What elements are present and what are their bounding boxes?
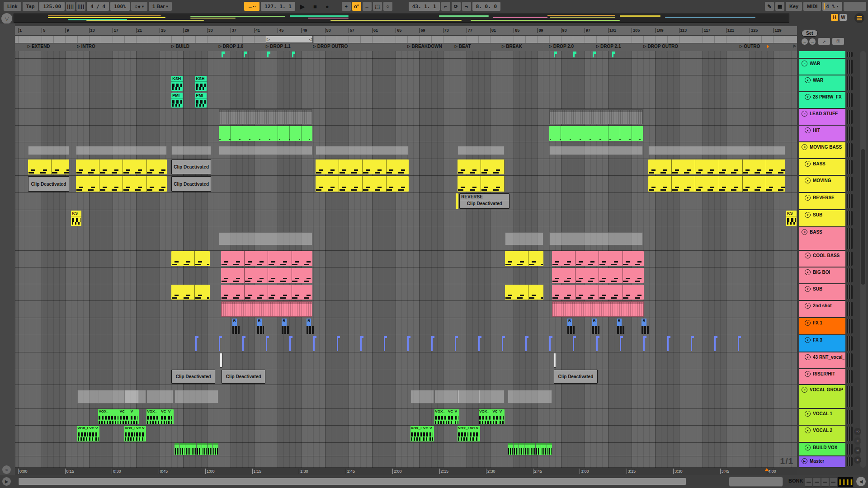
group-track-icon[interactable]: ≡ <box>802 111 807 117</box>
clip[interactable]: VOX_LVCV <box>410 426 434 441</box>
fold-track-icon[interactable]: ▾ <box>805 320 811 326</box>
vox-sub-clip[interactable]: VOX_L <box>77 426 89 441</box>
clip[interactable] <box>242 336 246 351</box>
mini-clip[interactable] <box>530 443 535 455</box>
macro-slider[interactable] <box>821 477 829 487</box>
track-header-sub[interactable]: ▾SUB <box>799 284 845 301</box>
fold-track-icon[interactable]: ▾ <box>805 269 811 275</box>
track-header-fx-1[interactable]: ▾FX 1 <box>799 318 845 335</box>
clip[interactable] <box>337 336 340 351</box>
group-track-icon[interactable]: ≡ <box>802 144 807 150</box>
clip[interactable] <box>648 160 785 174</box>
vox-sub-clip[interactable]: VC <box>423 426 429 441</box>
clip[interactable] <box>643 336 647 351</box>
scrub-area[interactable]: ▷ ◁ <box>15 36 797 43</box>
track-header-fx-3[interactable]: ▾FX 3 <box>799 335 845 352</box>
clip[interactable] <box>549 146 643 155</box>
tap-tempo-button[interactable]: Tap <box>23 2 38 11</box>
clip[interactable]: VOX_VCV <box>98 409 138 424</box>
locator-marker[interactable]: ▷EXTEND <box>28 44 50 49</box>
optimize-height-button[interactable]: H <box>831 14 838 21</box>
fold-track-icon[interactable]: ▾ <box>805 195 811 201</box>
clip[interactable]: VOX_VCV <box>146 409 173 424</box>
mini-clip[interactable] <box>197 443 202 455</box>
nudge-down-icon[interactable]: |||| <box>66 2 75 11</box>
link-tracks-icon[interactable]: ↗ <box>818 38 830 45</box>
new-button[interactable]: + <box>342 2 351 11</box>
clip[interactable] <box>552 268 644 283</box>
arrangement-position-field[interactable]: 127. 1. 1 <box>261 2 295 11</box>
clip[interactable] <box>458 390 480 403</box>
clip[interactable] <box>738 336 741 351</box>
clip[interactable] <box>219 336 222 351</box>
lane-2nd-shot[interactable] <box>15 301 797 318</box>
clip[interactable] <box>220 353 222 368</box>
loop-start-field[interactable]: 43. 1. 1 <box>409 2 440 11</box>
track-header-moving-bass[interactable]: ≡MOVING BASS <box>799 142 845 159</box>
clip[interactable] <box>316 146 409 155</box>
track-header-war[interactable]: ▾WAR <box>799 75 845 92</box>
clip[interactable] <box>219 232 313 245</box>
locator-marker[interactable]: ▷DROP 2.0 <box>549 44 574 49</box>
lane-hit[interactable] <box>15 126 797 142</box>
locator-marker[interactable]: ▷DROP OUTRO <box>643 44 678 49</box>
mini-clip[interactable] <box>514 443 519 455</box>
locator-marker[interactable]: ▷DROP OUTRO <box>313 44 348 49</box>
fold-track-icon[interactable]: ▾ <box>805 178 811 183</box>
clip[interactable] <box>76 176 167 192</box>
clip-pmi[interactable]: PMI <box>171 93 183 108</box>
lock-envelopes-icon[interactable]: ⚿ <box>832 38 844 45</box>
track-header-vocal-1[interactable]: ▾VOCAL 1 <box>799 409 845 426</box>
clip[interactable] <box>219 109 313 124</box>
clip[interactable] <box>289 336 293 351</box>
wave-icon[interactable]: ≈ <box>2 465 11 474</box>
clip[interactable] <box>313 336 317 351</box>
clip[interactable] <box>552 285 644 300</box>
track-header-28-pmrw-fx[interactable]: ▾28 PMRW_FX <box>799 92 845 109</box>
vox-sub-clip[interactable]: VOX_ <box>98 409 118 424</box>
mini-clip[interactable] <box>208 443 212 455</box>
lane-vocal-group[interactable] <box>15 385 797 409</box>
clip[interactable] <box>407 336 411 351</box>
clip-ks[interactable]: KS <box>786 211 796 226</box>
clip-clip-deactivated[interactable]: Clip Deactivated <box>171 370 215 384</box>
clip-ksh[interactable]: KSH <box>171 76 183 91</box>
locator-marker[interactable]: ▷INTRO <box>77 44 95 49</box>
clip[interactable] <box>221 268 313 283</box>
clip[interactable]: VOX_VCV <box>434 409 459 424</box>
vox-sub-clip[interactable]: V <box>168 409 173 424</box>
track-header-bass[interactable]: ▾BASS <box>799 159 845 176</box>
track-header-vocal-2[interactable]: ▾VOCAL 2 <box>799 426 845 443</box>
clip[interactable] <box>458 176 504 192</box>
clip[interactable] <box>219 126 313 141</box>
clip[interactable] <box>554 52 557 57</box>
vox-sub-clip[interactable]: VC <box>136 426 141 441</box>
punch-out-icon[interactable]: ¬ <box>462 2 471 11</box>
clip-r[interactable]: R <box>642 319 649 334</box>
mixer-section-toggle-i-o[interactable]: I-O <box>854 428 861 435</box>
locator-marker[interactable]: ▷ <box>793 44 797 48</box>
mixer-section-toggle-r[interactable]: R <box>854 437 861 445</box>
clip[interactable] <box>171 251 210 266</box>
session-record-button[interactable]: ○ <box>383 2 392 11</box>
clip-r[interactable]: R <box>232 319 240 334</box>
clip[interactable] <box>458 146 504 155</box>
clip-r[interactable]: R <box>567 319 575 334</box>
mini-clip[interactable] <box>185 443 190 455</box>
play-button[interactable]: ▶ <box>297 2 308 11</box>
clip[interactable] <box>505 251 543 266</box>
next-arrow-icon[interactable]: → <box>809 38 816 45</box>
clip[interactable] <box>478 336 482 351</box>
locator-marker[interactable]: ▷BUILD <box>171 44 189 49</box>
stop-button[interactable]: ■ <box>310 2 321 11</box>
track-header-build-vox[interactable]: ▾BUILD VOX <box>799 443 845 456</box>
clip-ks[interactable]: KS <box>71 211 81 226</box>
clip-clip-deactivated[interactable]: Clip Deactivated <box>554 370 598 384</box>
locator-marker[interactable]: ▷DROP 1.0 <box>219 44 244 49</box>
clip[interactable] <box>549 336 553 351</box>
clip[interactable] <box>479 390 504 403</box>
automation-arm-button[interactable]: o° <box>352 2 361 11</box>
groove-button[interactable]: ○●▾ <box>131 2 147 11</box>
live-logo-icon[interactable]: ▽ <box>1 13 12 24</box>
midi-map-button[interactable]: MIDI <box>803 2 821 11</box>
